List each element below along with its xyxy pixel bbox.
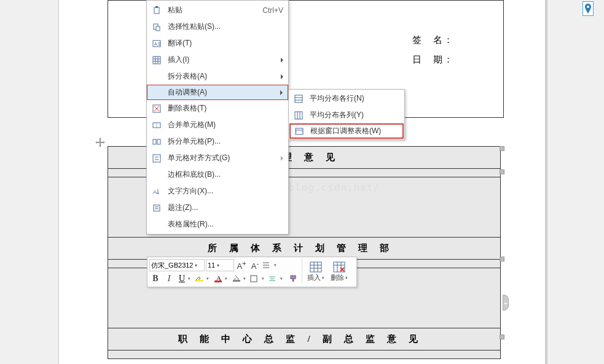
menu-label: 平均分布各列(Y) — [310, 110, 399, 120]
menu-merge-cells[interactable]: 合并单元格(M) — [147, 117, 288, 133]
delete-group-button[interactable]: 删除▾ — [327, 258, 351, 285]
menu-table-properties[interactable]: 表格属性(R)... — [147, 216, 288, 233]
dropdown-arrow-icon: ▾ — [206, 276, 209, 281]
align-center-icon — [268, 274, 280, 283]
distribute-rows-icon — [292, 93, 305, 105]
fit-window-icon — [293, 125, 305, 137]
svg-rect-17 — [157, 139, 160, 144]
menu-auto-fit[interactable]: 自动调整(A) — [147, 85, 288, 100]
svg-rect-16 — [153, 139, 156, 144]
align-button[interactable]: ▾ — [268, 274, 286, 283]
borders-icon — [249, 274, 262, 283]
insert-label: 插入 — [307, 273, 321, 282]
svg-rect-28 — [295, 112, 302, 119]
menu-paste-special[interactable]: 选择性粘贴(S)... — [147, 18, 288, 35]
signature-label: 签 名： — [412, 30, 454, 50]
align-icon — [151, 152, 163, 165]
dropdown-arrow-icon: ▾ — [193, 263, 199, 268]
font-size-select[interactable]: 11▾ — [206, 259, 234, 271]
menu-label: 表格属性(R)... — [168, 219, 283, 230]
table-header-cell[interactable]: 职能中心总监/副总监意见 — [108, 328, 501, 350]
submenu-arrow-icon — [280, 90, 283, 95]
svg-text:A文: A文 — [154, 42, 161, 46]
borders-button[interactable]: ▾ — [249, 274, 268, 283]
format-painter-icon — [289, 274, 297, 283]
dropdown-arrow-icon: ▾ — [280, 276, 283, 281]
svg-rect-36 — [251, 276, 257, 282]
underline-button[interactable]: U▾ — [176, 274, 194, 284]
submenu-distribute-rows[interactable]: 平均分布各行(N) — [289, 90, 404, 107]
dropdown-arrow-icon: ▾ — [345, 276, 348, 281]
bold-button[interactable]: B — [149, 272, 162, 285]
menu-label: 拆分表格(A) — [168, 71, 283, 82]
insert-group-button[interactable]: 插入▾ — [304, 258, 327, 285]
menu-text-direction[interactable]: A 文字方向(X)... — [147, 183, 288, 199]
dropdown-arrow-icon: ▾ — [225, 276, 227, 281]
move-icon — [95, 137, 105, 147]
menu-label: 文字方向(X)... — [168, 186, 283, 196]
text-direction-icon: A — [151, 185, 163, 198]
shading-icon — [231, 274, 243, 283]
expand-tab[interactable]: + — [503, 295, 509, 311]
menu-paste[interactable]: 粘贴 Ctrl+V — [147, 2, 288, 18]
row-marker — [500, 257, 504, 261]
svg-rect-0 — [154, 7, 159, 14]
menu-label: 粘贴 — [168, 5, 262, 15]
submenu-distribute-cols[interactable]: 平均分布各列(Y) — [289, 107, 404, 123]
menu-translate[interactable]: A文 翻译(T) — [147, 35, 288, 52]
svg-rect-1 — [155, 6, 158, 8]
dropdown-arrow-icon: ▾ — [188, 276, 190, 281]
merge-cells-icon — [151, 119, 163, 131]
line-spacing-button[interactable]: ▾ — [262, 261, 280, 269]
font-name: 仿宋_GB2312 — [151, 261, 193, 270]
table-cell[interactable] — [108, 350, 501, 359]
menu-label: 拆分单元格(P)... — [168, 136, 283, 147]
page-shadow — [546, 0, 547, 364]
paste-icon — [151, 4, 163, 17]
highlight-icon — [194, 274, 206, 283]
menu-borders-shading[interactable]: 边框和底纹(B)... — [147, 166, 288, 183]
row-marker — [500, 169, 504, 174]
format-painter-button[interactable] — [286, 272, 300, 285]
blank-icon — [151, 219, 163, 231]
table-row: 职能中心总监/副总监意见 — [108, 328, 501, 350]
grow-font-button[interactable]: A+ — [235, 258, 248, 272]
table-move-handle[interactable] — [95, 137, 108, 150]
menu-delete-table[interactable]: 删除表格(T) — [147, 100, 288, 117]
shrink-font-button[interactable]: A- — [248, 258, 262, 272]
menu-insert[interactable]: 插入(I) — [147, 52, 288, 68]
shrink-font-icon: A- — [251, 260, 259, 271]
font-color-icon: A — [213, 274, 225, 284]
svg-text:A: A — [153, 189, 157, 195]
underline-icon: U — [176, 274, 188, 284]
delete-label: 删除 — [331, 273, 344, 282]
blank-icon — [151, 71, 163, 83]
caption-icon — [151, 202, 163, 214]
menu-split-cells[interactable]: 拆分单元格(P)... — [147, 133, 288, 150]
submenu-fit-window[interactable]: 根据窗口调整表格(W) — [289, 123, 404, 139]
insert-table-icon — [310, 261, 322, 273]
blank-icon — [151, 87, 163, 99]
menu-caption[interactable]: 题注(Z)... — [147, 199, 288, 216]
font-select[interactable]: 仿宋_GB2312▾ — [149, 259, 205, 271]
svg-rect-40 — [291, 276, 296, 279]
menu-cell-align[interactable]: 单元格对齐方式(G) — [147, 150, 288, 166]
shading-button[interactable]: ▾ — [231, 274, 249, 283]
menu-split-table[interactable]: 拆分表格(A) — [147, 68, 288, 85]
menu-label: 翻译(T) — [168, 38, 283, 48]
submenu-arrow-icon — [281, 58, 283, 63]
table-icon — [151, 54, 163, 66]
font-color-button[interactable]: A▾ — [213, 274, 231, 284]
menu-label: 题注(Z)... — [168, 203, 283, 213]
context-menu: 粘贴 Ctrl+V 选择性粘贴(S)... A文 翻译(T) 插入(I) 拆分表… — [146, 0, 289, 234]
submenu-arrow-icon — [281, 156, 283, 161]
italic-button[interactable]: I — [162, 272, 176, 285]
distribute-cols-icon — [292, 109, 305, 122]
row-marker — [500, 146, 504, 151]
dropdown-arrow-icon: ▾ — [215, 263, 221, 268]
menu-label: 平均分布各行(N) — [310, 93, 399, 104]
pin-badge[interactable] — [582, 1, 594, 16]
menu-label: 单元格对齐方式(G) — [168, 153, 283, 163]
highlight-button[interactable]: ▾ — [194, 274, 213, 283]
svg-rect-41 — [292, 279, 294, 282]
